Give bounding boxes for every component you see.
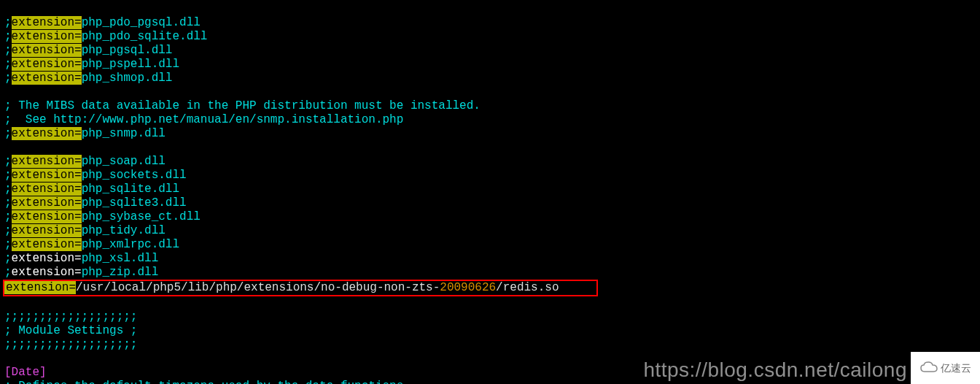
comment-divider: ;;;;;;;;;;;;;;;;;;; <box>4 338 980 352</box>
ext-value: php_xsl.dll <box>82 252 159 265</box>
redis-path-suffix: /redis.so <box>496 281 559 294</box>
redis-path-prefix: /usr/local/php5/lib/php/extensions/no-de… <box>76 281 440 294</box>
config-line: ;extension=php_zip.dll <box>4 266 980 280</box>
config-line: ;extension=php_pspell.dll <box>4 58 980 72</box>
semicolon: ; <box>4 72 12 85</box>
blank-line <box>4 296 980 310</box>
config-line: ;extension=php_pdo_sqlite.dll <box>4 30 980 44</box>
semicolon: ; <box>4 238 12 251</box>
brand-badge: 亿速云 <box>911 352 980 384</box>
semicolon: ; <box>4 30 12 43</box>
config-line: ;extension=php_xsl.dll <box>4 252 980 266</box>
ext-value: php_sqlite3.dll <box>82 196 187 210</box>
ext-value: php_zip.dll <box>82 266 159 279</box>
comment-line: ; The MIBS data available in the PHP dis… <box>4 99 980 113</box>
config-line: ;extension=php_pgsql.dll <box>4 44 980 58</box>
ext-key: extension= <box>4 281 76 294</box>
ext-value: php_shmop.dll <box>82 72 173 85</box>
redis-config-line: extension=/usr/local/php5/lib/php/extens… <box>4 280 980 296</box>
semicolon: ; <box>4 58 12 71</box>
blank-line <box>4 141 980 155</box>
comment-divider: ;;;;;;;;;;;;;;;;;;; <box>4 310 980 324</box>
ext-key: extension= <box>12 196 82 210</box>
redis-date-num: 20090626 <box>440 281 496 294</box>
ext-key: extension= <box>12 252 82 265</box>
semicolon: ; <box>4 169 12 182</box>
ext-key: extension= <box>12 266 82 279</box>
ext-key: extension= <box>12 30 82 43</box>
semicolon: ; <box>4 266 12 279</box>
ext-value: php_sqlite.dll <box>82 183 179 196</box>
ext-value: php_tidy.dll <box>82 224 166 237</box>
ext-key: extension= <box>12 44 82 57</box>
config-line: ;extension=php_sqlite3.dll <box>4 196 980 210</box>
ext-key: extension= <box>12 72 82 85</box>
ext-value: php_snmp.dll <box>82 127 166 140</box>
semicolon: ; <box>4 196 12 210</box>
ext-value: php_xmlrpc.dll <box>82 238 179 251</box>
cloud-icon <box>920 361 938 375</box>
comment-line: ; See http://www.php.net/manual/en/snmp.… <box>4 113 980 127</box>
ext-key: extension= <box>12 155 82 168</box>
ext-key: extension= <box>12 210 82 223</box>
semicolon: ; <box>4 224 12 237</box>
ext-key: extension= <box>12 58 82 71</box>
ext-value: php_soap.dll <box>82 155 166 168</box>
watermark-url: https://blog.csdn.net/cailong <box>643 363 907 377</box>
semicolon: ; <box>4 127 12 140</box>
semicolon: ; <box>4 16 12 29</box>
semicolon: ; <box>4 183 12 196</box>
ext-value: php_sockets.dll <box>82 169 187 182</box>
comment-line: ; Module Settings ; <box>4 324 980 338</box>
config-line: ;extension=php_snmp.dll <box>4 127 980 141</box>
semicolon: ; <box>4 44 12 57</box>
ext-value: php_pspell.dll <box>82 58 179 71</box>
semicolon: ; <box>4 210 12 223</box>
blank-line <box>4 85 980 99</box>
config-line: ;extension=php_sqlite.dll <box>4 183 980 196</box>
config-line: ;extension=php_pdo_pgsql.dll <box>4 16 980 30</box>
brand-text: 亿速云 <box>941 361 971 375</box>
ext-value: php_pdo_sqlite.dll <box>82 30 208 43</box>
ext-key: extension= <box>12 183 82 196</box>
config-line: ;extension=php_sybase_ct.dll <box>4 210 980 224</box>
config-line: ;extension=php_soap.dll <box>4 155 980 169</box>
comment-prefix: ; See <box>4 113 53 126</box>
highlighted-box: extension=/usr/local/php5/lib/php/extens… <box>3 280 598 296</box>
ext-key: extension= <box>12 238 82 251</box>
comment-url: http://www.php.net/manual/en/snmp.instal… <box>53 113 403 126</box>
ext-value: php_sybase_ct.dll <box>82 210 201 223</box>
config-line: ;extension=php_tidy.dll <box>4 224 980 238</box>
ext-key: extension= <box>12 224 82 237</box>
config-line: ;extension=php_xmlrpc.dll <box>4 238 980 252</box>
config-line: ;extension=php_shmop.dll <box>4 72 980 85</box>
semicolon: ; <box>4 252 12 265</box>
config-line: ;extension=php_sockets.dll <box>4 169 980 183</box>
ext-key: extension= <box>12 127 82 140</box>
ext-value: php_pdo_pgsql.dll <box>82 16 201 29</box>
ext-key: extension= <box>12 169 82 182</box>
ext-value: php_pgsql.dll <box>82 44 173 57</box>
ext-key: extension= <box>12 16 82 29</box>
semicolon: ; <box>4 155 12 168</box>
